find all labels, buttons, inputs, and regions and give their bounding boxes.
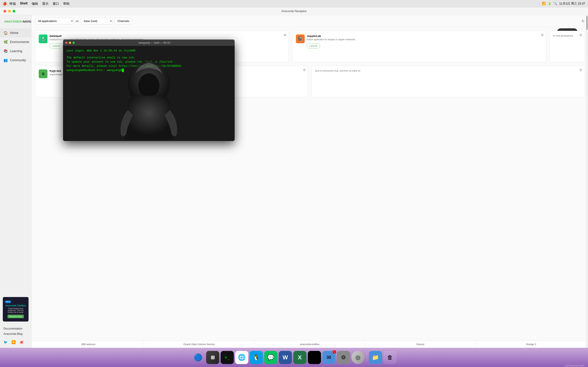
menubar-terminal[interactable]: 终端 (9, 1, 16, 6)
sidebar-community-label: Community (10, 58, 26, 62)
on-label: on (76, 20, 79, 23)
app-filter-select[interactable]: All applications (35, 18, 74, 24)
excel-icon: X (298, 354, 302, 361)
clock: 11月1日 周三 15:37 (559, 1, 585, 6)
terminal-maximize[interactable] (72, 42, 75, 44)
window-controls (3, 10, 15, 13)
dock: 🔵 ⊞ >_ 🌐 🐧 💬 W X ⌨ ✉ 1 ⚙ ◎ 📁 🗑 (0, 348, 588, 367)
dock-separator (367, 352, 367, 363)
channel-bar: IBM watsonx Oracle Data Science Service … (32, 341, 588, 348)
rightcard2-gear-icon[interactable]: ⚙ (579, 68, 582, 72)
dock-word[interactable]: W (279, 351, 292, 364)
environments-icon: 🌿 (3, 40, 8, 44)
sidebar-home-label: Home (10, 31, 18, 35)
channel-orange[interactable]: Orange 3 (476, 341, 586, 348)
github-icon[interactable]: 🐙 (19, 340, 24, 344)
terminal-line1: Last login: Wed Nov 1 15:35:34 on ttys00… (67, 49, 231, 53)
terminal-titlebar: wangyang — -bash — 90×24 (63, 40, 235, 46)
dock-chrome[interactable]: 🌐 (235, 351, 248, 364)
ad-read-docs-button[interactable]: Read the Docs (8, 315, 24, 318)
dock-accessibility[interactable]: ◎ (351, 351, 364, 364)
dock-qq[interactable]: 🐧 (250, 351, 263, 364)
app-card-right: ⚙ for both development. (549, 31, 585, 62)
sidebar-item-environments[interactable]: 🌿 Environments (0, 37, 31, 47)
menubar-shell[interactable]: Shell (20, 1, 27, 6)
dock-files[interactable]: 📁 (369, 351, 382, 364)
channels-button[interactable]: Channels (114, 18, 132, 24)
terminal-minimize[interactable] (69, 42, 71, 44)
app-card-jupyterlab: ⚙ 📓 JupyterLab Python application for an… (292, 31, 546, 62)
dataspell-icon: 🔬 (39, 34, 47, 43)
search-icon[interactable]: 🔍 (553, 2, 557, 5)
dock-terminal[interactable]: >_ (221, 351, 234, 364)
apple-menu[interactable]: 🍎 (3, 2, 7, 6)
dock-finder[interactable]: 🔵 (191, 351, 205, 364)
dock-mail[interactable]: ✉ 1 (322, 351, 336, 364)
ad-title: Anaconda Toolbox (5, 304, 26, 307)
dock-pycharm[interactable]: ⌨ (308, 351, 321, 364)
close-button[interactable] (3, 10, 6, 13)
env-select[interactable]: base (root) (81, 18, 112, 24)
jupyterlab-name: JupyterLab (307, 34, 356, 37)
menubar-window[interactable]: 窗口 (53, 1, 59, 6)
rightcard-desc: for both development. (553, 34, 581, 37)
pyqt-icon: 🖥 (39, 69, 47, 78)
terminal-close[interactable] (65, 42, 67, 44)
jupyterlab-gear-icon[interactable]: ⚙ (541, 33, 544, 37)
rightcard2-desc: jects in environment SQL, and from no-on… (315, 69, 581, 72)
app-card-right2: ⚙ jects in environment SQL, and from no-… (311, 66, 585, 97)
sidebar-socials: 🐦 ▶️ 🐙 (0, 338, 31, 348)
menubar: 🍎 终端 Shell 编辑 显示 窗口 帮助 📶 🔋 🔍 11月1日 周三 15… (0, 0, 588, 7)
dock-launchpad[interactable]: ⊞ (206, 351, 219, 364)
terminal-window: wangyang — -bash — 90×24 Last login: Wed… (63, 40, 235, 141)
titlebar: Anaconda Navigator (0, 7, 588, 15)
sidebar-item-community[interactable]: 👥 Community (0, 56, 31, 65)
youtube-icon[interactable]: ▶️ (11, 340, 16, 344)
maximize-button[interactable] (13, 10, 15, 13)
dock-sysprefs[interactable]: ⚙ (337, 351, 350, 364)
dataspell-name: DataSpell (50, 34, 144, 37)
launchpad-icon: ⊞ (211, 355, 215, 360)
jupyterlab-icon: 📓 (296, 34, 305, 43)
wechat-icon: 💬 (267, 354, 274, 361)
dock-wechat[interactable]: 💬 (264, 351, 277, 364)
twitter-icon[interactable]: 🐦 (3, 340, 8, 344)
minimize-button[interactable] (8, 10, 11, 13)
dataspell-gear-icon[interactable]: ⚙ (284, 33, 286, 37)
dataspell-launch-button[interactable]: Launch (50, 43, 63, 49)
svg-point-3 (138, 73, 159, 98)
files-icon: 📁 (372, 354, 379, 361)
trash-icon: 🗑 (387, 354, 393, 361)
blog-link[interactable]: Anaconda Blog (3, 331, 28, 337)
main-wrapper: ANACONDA ·NAVIGATOR 🏠 Home 🌿 Environment… (0, 15, 588, 348)
channel-oracle[interactable]: Oracle Data Science Service (144, 341, 255, 348)
menubar-view[interactable]: 显示 (42, 1, 49, 6)
refresh-icon[interactable]: ↻ (581, 19, 585, 23)
sidebar-item-home[interactable]: 🏠 Home (0, 28, 31, 37)
scrollbar-thumb[interactable] (586, 16, 588, 30)
channel-ibm[interactable]: IBM watsonx (33, 341, 144, 348)
menubar-edit[interactable]: 编辑 (32, 1, 38, 6)
jupyterlab-launch-button[interactable]: Launch (307, 43, 320, 49)
terminal-line2 (67, 53, 231, 56)
terminal-icon: >_ (225, 355, 230, 360)
terminal-body[interactable]: Last login: Wed Nov 1 15:35:34 on ttys00… (63, 46, 235, 141)
pyqt-gear-icon[interactable]: ⚙ (303, 68, 306, 72)
menubar-icons: 📶 🔋 🔍 (542, 2, 557, 5)
battery-icon: 🔋 (548, 2, 551, 5)
chrome-icon: 🌐 (238, 354, 246, 361)
dock-trash[interactable]: 🗑 (383, 351, 397, 364)
menubar-help[interactable]: 帮助 (63, 1, 69, 6)
dock-excel[interactable]: X (293, 351, 306, 364)
sidebar-item-learning[interactable]: 📚 Learning (0, 47, 31, 56)
channel-toolbox[interactable]: anaconda-toolbox (255, 341, 365, 348)
csdn-status: CSDN @wangyang520 (564, 365, 585, 367)
home-icon: 🏠 (3, 31, 8, 35)
anaconda-toolbox-ad[interactable]: NEW Anaconda Toolbox Supercharged local … (3, 297, 28, 322)
rightcard-gear-icon[interactable]: ⚙ (579, 33, 582, 37)
wifi-icon[interactable]: 📶 (542, 2, 546, 5)
channel-glueviz[interactable]: Glueviz (365, 341, 476, 348)
documentation-link[interactable]: Documentation (3, 326, 28, 331)
mail-icon: ✉ (327, 354, 331, 361)
scrollbar-track (586, 15, 588, 348)
